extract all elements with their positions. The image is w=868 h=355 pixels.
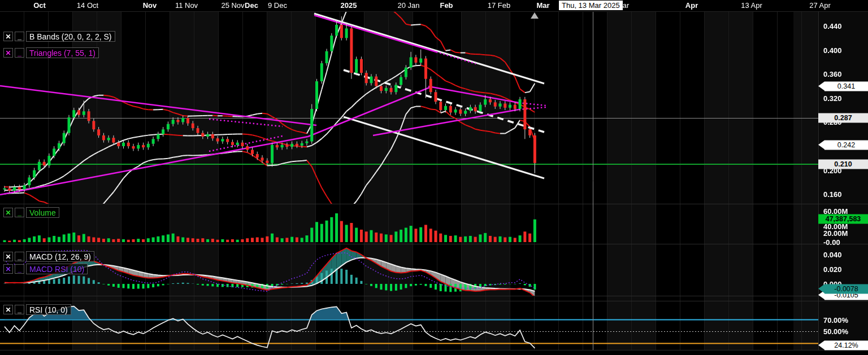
date-axis-label: Oct	[33, 1, 46, 10]
date-axis-label: Feb	[440, 1, 453, 10]
bband-upper-price-tag: 0.341	[824, 82, 868, 91]
remove-indicator-button[interactable]: ✕	[3, 252, 13, 261]
remove-indicator-button[interactable]: ✕	[3, 208, 13, 217]
price-axis-tick: 0.440	[823, 22, 842, 30]
indicator-label[interactable]: MACD (12, 26, 9)	[26, 251, 94, 262]
remove-indicator-button[interactable]: ✕	[3, 32, 13, 41]
macd-value-tag: -0.0078	[824, 284, 868, 294]
minimize-indicator-button[interactable]: _	[15, 264, 24, 274]
date-axis-label: 13 Apr	[741, 1, 762, 10]
legend-row-rsi: ✕_RSI (10, 0)	[3, 304, 71, 315]
remove-indicator-button[interactable]: ✕	[3, 48, 13, 58]
macd-axis-tick: 0.020	[823, 265, 842, 274]
trading-chart-window: Oct14 OctNov11 Nov25 NovDec9 Dec202520 J…	[0, 0, 868, 355]
rsi-axis-tick: 50.00%	[823, 327, 848, 336]
legend-row-macd-rsi: ✕_MACD RSI (10)	[3, 264, 88, 274]
minimize-indicator-button[interactable]: _	[15, 208, 24, 217]
support-level-price-tag: 0.210	[818, 160, 868, 169]
date-axis-label: Apr	[685, 1, 698, 10]
price-axis-tick: 0.400	[823, 46, 842, 55]
volume-axis-tick: 20.00M	[823, 229, 848, 238]
indicator-label[interactable]: Triangles (7, 55, 1)	[26, 47, 99, 58]
rsi-value-tag: 24.12%	[824, 341, 868, 350]
price-axis-tick: 0.360	[823, 70, 842, 78]
chart-canvas[interactable]	[0, 0, 868, 355]
macd-axis-tick: 0.040	[823, 251, 842, 259]
date-axis-label: 2025	[341, 1, 357, 10]
minimize-indicator-button[interactable]: _	[15, 32, 24, 41]
remove-indicator-button[interactable]: ✕	[3, 264, 13, 274]
date-axis-label: 20 Jan	[397, 1, 419, 10]
volume-axis-tick: -0.00	[823, 238, 840, 247]
date-axis-label: 14 Oct	[77, 1, 98, 10]
indicator-label[interactable]: MACD RSI (10)	[26, 264, 88, 274]
date-axis-label: 9 Dec	[268, 1, 287, 10]
indicator-label[interactable]: RSI (10, 0)	[26, 304, 71, 315]
date-axis-label: 27 Apr	[809, 1, 831, 10]
last-bar-marker-icon[interactable]	[531, 12, 539, 19]
date-axis-label: 25 Nov	[221, 1, 244, 10]
date-axis-label: 17 Feb	[488, 1, 510, 10]
bband-lower-price-tag: 0.242	[824, 141, 868, 150]
date-axis-label: Dec	[245, 1, 258, 10]
volume-value-badge: 47,387,583	[818, 214, 868, 224]
date-axis-label: Nov	[143, 1, 157, 10]
price-axis-tick: 0.320	[823, 94, 842, 103]
crosshair-price-tag: 0.287	[818, 113, 868, 123]
indicator-label[interactable]: B Bands (20, 0, 2, 2, S)	[26, 31, 115, 42]
date-axis-label: 11 Nov	[175, 1, 198, 10]
price-axis-tick: 0.160	[823, 190, 842, 199]
legend-row-bbands: ✕_B Bands (20, 0, 2, 2, S)	[3, 31, 115, 42]
rsi-axis-tick: 70.00%	[823, 316, 848, 325]
date-axis-label: Mar	[536, 1, 549, 10]
minimize-indicator-button[interactable]: _	[15, 305, 24, 314]
legend-row-triangles: ✕_Triangles (7, 55, 1)	[3, 47, 99, 58]
minimize-indicator-button[interactable]: _	[15, 48, 24, 58]
legend-row-volume: ✕_Volume	[3, 207, 59, 218]
legend-row-macd: ✕_MACD (12, 26, 9)	[3, 251, 94, 262]
remove-indicator-button[interactable]: ✕	[3, 305, 13, 314]
crosshair-date-tooltip: Thu, 13 Mar 2025	[559, 1, 623, 10]
indicator-label[interactable]: Volume	[26, 207, 59, 218]
minimize-indicator-button[interactable]: _	[15, 252, 24, 261]
